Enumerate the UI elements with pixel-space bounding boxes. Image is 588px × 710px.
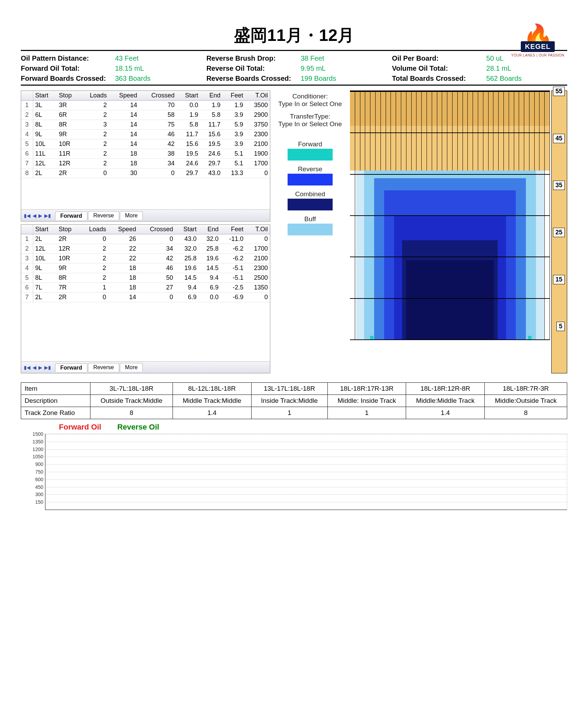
stats-grid: Oil Pattern Distance:43 FeetReverse Brus…: [21, 54, 567, 83]
tab-reverse[interactable]: Reverse: [88, 211, 119, 220]
table-row: 611L11R2183819.524.65.11900: [21, 149, 270, 159]
chart-legend-reverse: Reverse Oil: [117, 423, 159, 431]
table-row: 212L12R2223432.025.8-6.21700: [21, 244, 270, 254]
ruler-tick: 35: [553, 181, 565, 190]
ruler-tick: 55: [553, 87, 565, 96]
stat-label: Reverse Brush Drop:: [207, 54, 297, 62]
stat-label: Volume Oil Total:: [392, 64, 482, 72]
legend-reverse-label: Reverse: [277, 165, 343, 173]
legend-forward-swatch: [288, 149, 333, 161]
table-row: 712L12R2183424.629.75.11700: [21, 159, 270, 168]
stat-label: Oil Per Board:: [392, 54, 482, 62]
tab-more[interactable]: More: [120, 211, 143, 220]
stat-label: Forward Boards Crossed:: [21, 75, 111, 83]
table-row: 58L8R2185014.59.4-5.12500: [21, 273, 270, 283]
ruler-tick: 15: [553, 275, 565, 284]
stat-label: Reverse Boards Crossed:: [207, 75, 297, 83]
forward-sheet: StartStopLoadsSpeedCrossedStartEndFeetT.…: [21, 90, 270, 222]
page-title: 盛岡11月・12月: [21, 24, 567, 46]
tab-more[interactable]: More: [120, 363, 143, 372]
legend-buff-label: Buff: [277, 215, 343, 223]
stat-label: Forward Oil Total:: [21, 64, 111, 72]
lane-graphic: [350, 90, 550, 340]
table-row: 26L6R214581.95.83.92900: [21, 110, 270, 120]
table-row: 72L2R01406.90.0-6.90: [21, 293, 270, 302]
distance-ruler: 55453525155: [551, 90, 567, 373]
track-zone-table: Item3L-7L:18L-18R8L-12L:18L-18R13L-17L:1…: [21, 382, 567, 419]
sheet-nav[interactable]: ▮◀◀▶▶▮: [23, 213, 52, 218]
table-row: 49L9R2184619.614.5-5.12300: [21, 263, 270, 273]
stat-value: 18.15 mL: [115, 64, 144, 72]
legend-buff-swatch: [288, 224, 333, 235]
transfertype-value[interactable]: Type In or Select One: [277, 120, 343, 128]
ruler-tick: 5: [556, 322, 565, 331]
ruler-tick: 25: [553, 228, 565, 237]
reverse-sheet: StartStopLoadsSpeedCrossedStartEndFeetT.…: [21, 224, 270, 373]
legend-reverse-swatch: [288, 174, 333, 185]
sheet-nav[interactable]: ▮◀◀▶▶▮: [23, 365, 52, 370]
legend-combined-swatch: [288, 199, 333, 210]
tab-forward[interactable]: Forward: [55, 211, 87, 220]
table-row: 13L3R214700.01.91.93500: [21, 101, 270, 110]
chart-legend-forward: Forward Oil: [59, 423, 101, 431]
table-row: 38L8R314755.811.75.93750: [21, 120, 270, 130]
stat-value: 43 Feet: [115, 54, 139, 62]
stat-label: Oil Pattern Distance:: [21, 54, 111, 62]
table-row: 12L2R026043.032.0-11.00: [21, 234, 270, 244]
oil-bar-chart: 1503004506007509001050120013501500: [45, 434, 567, 510]
legend-combined-label: Combined: [277, 190, 343, 198]
stat-value: 9.95 mL: [301, 64, 326, 72]
conditioner-value[interactable]: Type In or Select One: [277, 100, 343, 108]
stat-value: 199 Boards: [301, 75, 336, 83]
table-row: 510L10R2144215.619.53.92100: [21, 139, 270, 149]
ruler-tick: 45: [553, 134, 565, 143]
kegel-logo: 🔥 KEGEL YOUR LANES | OUR PASSION: [508, 14, 567, 73]
tab-forward[interactable]: Forward: [55, 363, 87, 372]
table-row: 310L10R2224225.819.6-6.22100: [21, 254, 270, 263]
legend-forward-label: Forward: [277, 140, 343, 148]
table-row: 82L2R030029.743.013.30: [21, 168, 270, 178]
stat-label: Reverse Oil Total:: [207, 64, 297, 72]
stat-label: Total Boards Crossed:: [392, 75, 482, 83]
transfertype-label: TransferType:: [277, 113, 343, 120]
table-row: 67L7R118279.46.9-2.51350: [21, 283, 270, 293]
conditioner-label: Conditioner:: [277, 93, 343, 100]
stat-value: 363 Boards: [115, 75, 150, 83]
stat-value: 38 Feet: [301, 54, 324, 62]
stat-value: 562 Boards: [486, 75, 521, 83]
tab-reverse[interactable]: Reverse: [88, 363, 119, 372]
stat-value: 50 uL: [486, 54, 503, 62]
stat-value: 28.1 mL: [486, 64, 511, 72]
table-row: 49L9R2144611.715.63.92300: [21, 130, 270, 139]
